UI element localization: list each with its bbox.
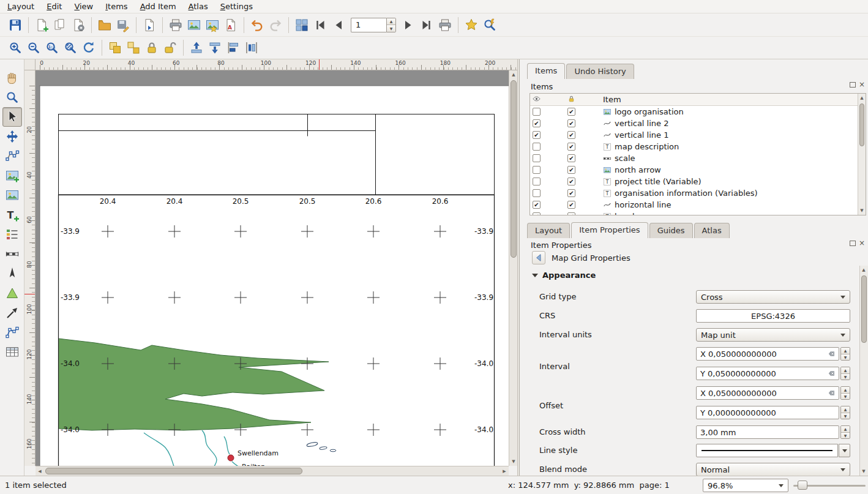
add-legend-button[interactable] xyxy=(2,225,22,244)
edit-nodes-tool[interactable] xyxy=(2,146,22,166)
add-label-button[interactable]: T xyxy=(2,205,22,225)
distribute-items-button[interactable] xyxy=(242,39,261,57)
add-scalebar-button[interactable] xyxy=(2,244,22,264)
menu-view[interactable]: View xyxy=(68,1,99,12)
new-layout-button[interactable] xyxy=(32,16,51,34)
export-atlas-button[interactable] xyxy=(481,16,499,34)
grid-type-select[interactable]: Cross xyxy=(696,290,850,304)
ungroup-items-button[interactable] xyxy=(124,39,143,57)
add-north-arrow-button[interactable] xyxy=(2,264,22,283)
items-row[interactable]: ✔✔vertical line 1 xyxy=(530,129,866,141)
layout-canvas[interactable]: Swellendam Railton 20.420.420.520.520.62… xyxy=(36,70,509,466)
blend-mode-select[interactable]: Normal xyxy=(696,463,850,476)
atlas-next-feature-button[interactable] xyxy=(399,16,417,34)
align-items-button[interactable] xyxy=(224,39,242,57)
lock-checkbox[interactable]: ✔ xyxy=(567,212,575,215)
lock-checkbox[interactable]: ✔ xyxy=(567,143,575,151)
menu-add-item[interactable]: Add Item xyxy=(134,1,182,12)
layout-manager-button[interactable] xyxy=(69,16,88,34)
properties-scroll-thumb[interactable] xyxy=(861,275,867,343)
refresh-view-button[interactable] xyxy=(80,39,98,57)
atlas-previous-feature-button[interactable] xyxy=(329,16,348,34)
items-row[interactable]: ✔✔vertical line 2 xyxy=(530,118,866,129)
canvas-vertical-scrollbar[interactable]: ▲ ▼ xyxy=(509,70,517,466)
items-scroll-thumb[interactable] xyxy=(859,103,864,146)
vertical-scroll-thumb[interactable] xyxy=(511,80,517,258)
scroll-up-icon[interactable]: ▲ xyxy=(858,94,866,102)
tab-items[interactable]: Items xyxy=(527,63,565,79)
horizontal-scroll-thumb[interactable] xyxy=(45,468,302,474)
visibility-checkbox[interactable] xyxy=(533,166,541,174)
scroll-up-icon[interactable]: ▲ xyxy=(859,266,868,274)
tab-item-properties[interactable]: Item Properties xyxy=(571,222,648,238)
items-row[interactable]: ✔north arrow xyxy=(530,164,866,176)
items-row[interactable]: ✔logo organisation xyxy=(530,106,866,118)
items-row[interactable]: ✔Tproject title (Variable) xyxy=(530,176,866,187)
interval-x-spinbox[interactable]: X 0,050000000000 xyxy=(696,347,839,361)
canvas-horizontal-scrollbar[interactable]: ◀ ▶ xyxy=(36,466,509,476)
visibility-checkbox[interactable]: ✔ xyxy=(533,119,541,127)
zoom-level-select[interactable]: 96.8% xyxy=(703,479,788,492)
crs-field[interactable]: EPSG:4326 xyxy=(696,309,850,323)
pan-layout-tool[interactable] xyxy=(2,68,22,88)
lock-checkbox[interactable]: ✔ xyxy=(567,189,575,197)
lock-checkbox[interactable]: ✔ xyxy=(567,119,575,127)
print-button[interactable] xyxy=(166,16,185,34)
group-items-button[interactable] xyxy=(106,39,124,57)
scroll-down-icon[interactable]: ▼ xyxy=(858,206,866,215)
preview-atlas-button[interactable] xyxy=(293,16,311,34)
zoom-in-button[interactable] xyxy=(6,39,24,57)
raise-items-button[interactable] xyxy=(187,39,206,57)
add-table-button[interactable] xyxy=(2,342,22,362)
atlas-last-feature-button[interactable] xyxy=(417,16,436,34)
clear-value-icon[interactable] xyxy=(827,350,836,357)
collapse-arrow-icon[interactable] xyxy=(532,274,538,277)
visibility-checkbox[interactable]: ✔ xyxy=(533,131,541,139)
tab-atlas[interactable]: Atlas xyxy=(694,223,730,238)
add-node-item-button[interactable] xyxy=(2,323,22,342)
menu-items[interactable]: Items xyxy=(99,1,133,12)
properties-scrollbar[interactable]: ▲ ▼ xyxy=(859,266,868,476)
float-dock-icon[interactable] xyxy=(850,82,856,88)
menu-edit[interactable]: Edit xyxy=(40,1,68,12)
close-dock-icon[interactable]: × xyxy=(859,240,865,246)
unlock-items-button[interactable] xyxy=(161,39,179,57)
zoom-actual-button[interactable]: 1:1 xyxy=(43,39,61,57)
atlas-settings-button[interactable] xyxy=(462,16,481,34)
zoom-full-button[interactable] xyxy=(61,39,80,57)
offset-y-spinbox[interactable]: Y 0,000000000000 xyxy=(696,406,839,419)
line-style-dropdown[interactable] xyxy=(839,444,850,457)
export-pdf-button[interactable]: A xyxy=(222,16,240,34)
appearance-section-header[interactable]: Appearance xyxy=(542,271,596,280)
lock-items-button[interactable] xyxy=(143,39,161,57)
lock-checkbox[interactable]: ✔ xyxy=(567,178,575,185)
lock-checkbox[interactable]: ✔ xyxy=(567,108,575,116)
add-arrow-button[interactable] xyxy=(2,303,22,323)
tab-guides[interactable]: Guides xyxy=(649,223,693,238)
offset-y-stepper[interactable]: ▲▼ xyxy=(840,406,850,419)
atlas-first-feature-button[interactable] xyxy=(311,16,329,34)
scroll-down-icon[interactable]: ▼ xyxy=(859,467,868,476)
line-style-button[interactable] xyxy=(696,444,838,457)
undo-button[interactable] xyxy=(248,16,266,34)
offset-x-stepper[interactable]: ▲▼ xyxy=(840,386,850,400)
add-picture-button[interactable] xyxy=(2,185,22,205)
menu-settings[interactable]: Settings xyxy=(214,1,259,12)
zoom-slider[interactable] xyxy=(793,479,866,492)
select-move-item-tool[interactable] xyxy=(2,107,22,127)
lock-checkbox[interactable]: ✔ xyxy=(567,154,575,162)
zoom-tool[interactable] xyxy=(2,88,22,107)
back-button[interactable] xyxy=(532,251,545,264)
scroll-down-icon[interactable]: ▼ xyxy=(509,457,518,466)
menu-layout[interactable]: Layout xyxy=(1,1,40,12)
lower-items-button[interactable] xyxy=(206,39,224,57)
print-atlas-button[interactable] xyxy=(436,16,454,34)
items-row[interactable]: ✔scale xyxy=(530,152,866,164)
lock-checkbox[interactable]: ✔ xyxy=(567,201,575,209)
tab-undo-history[interactable]: Undo History xyxy=(566,64,634,79)
save-template-button[interactable] xyxy=(114,16,132,34)
lock-checkbox[interactable]: ✔ xyxy=(567,131,575,139)
visibility-checkbox[interactable] xyxy=(533,143,541,151)
scroll-right-icon[interactable]: ▶ xyxy=(500,467,509,476)
menu-atlas[interactable]: Atlas xyxy=(182,1,214,12)
